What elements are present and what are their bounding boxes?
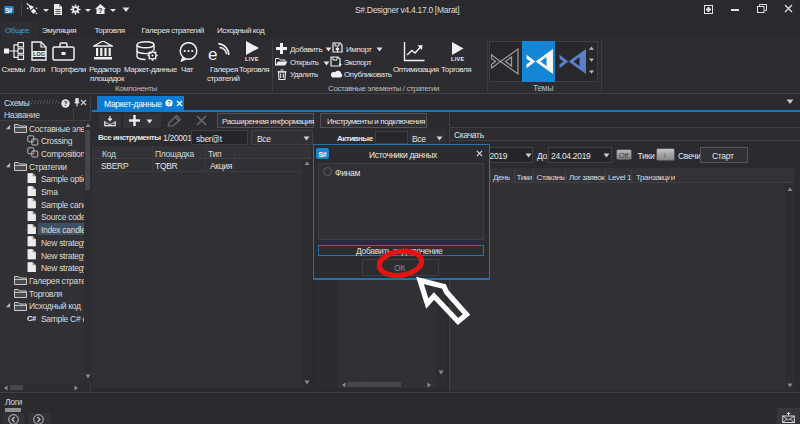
svg-text:?: ? (167, 100, 171, 106)
svg-text:?: ? (98, 7, 102, 14)
svg-text:?: ? (64, 100, 68, 107)
svg-text:e: e (208, 45, 217, 62)
svg-text:LOG: LOG (33, 51, 45, 57)
